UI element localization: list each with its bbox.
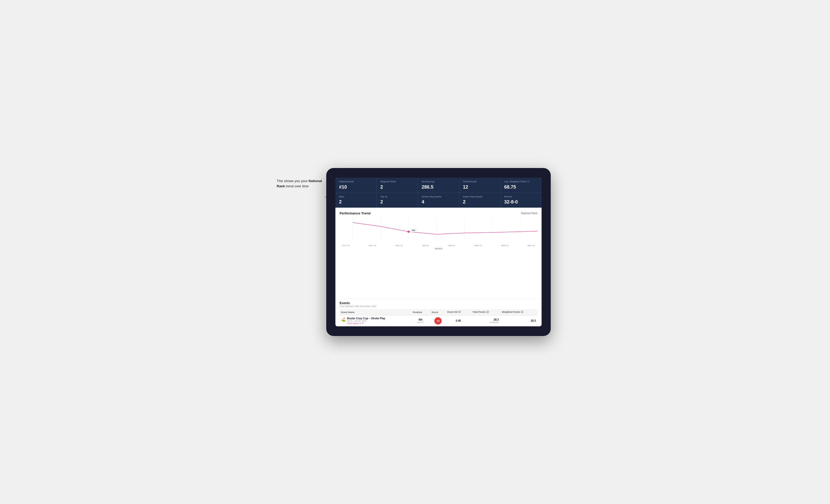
- event-name-cell: ⛳ Buster Cozy Cup – Stroke Play Oct 9 – …: [340, 315, 411, 326]
- stat-wins: Wins 2: [336, 193, 377, 208]
- stat-avg-weighted-points: Avg. Weighted Points ⓘ 68.75: [501, 178, 542, 193]
- months-label: Months: [340, 247, 537, 250]
- performance-trend-title: Performance Trend: [340, 211, 371, 215]
- svg-point-10: [408, 231, 410, 233]
- col-weighted-points: Weighted Points ⓘ: [500, 309, 537, 315]
- tablet-screen: National Rank #10 Regional Rank 2 Scorin…: [336, 178, 542, 326]
- stat-national-rank: National Rank #10: [336, 178, 377, 193]
- x-label-feb24: FEB 24: [448, 244, 455, 247]
- col-event-sg: Event SG ⓘ: [446, 309, 471, 315]
- rank-impact: Rank Impact: 3 ▼: [347, 322, 385, 325]
- events-last-updated: Last updated: 24th November 2023: [340, 305, 537, 308]
- event-sg: 0.45: [446, 315, 471, 326]
- stats-header: National Rank #10 Regional Rank 2 Scorin…: [336, 178, 542, 208]
- x-label-dec23: DEC 23: [395, 244, 403, 247]
- col-position: Position: [411, 309, 430, 315]
- stat-regional-rank: Regional Rank 2: [377, 178, 418, 193]
- stat-stroke-play-events: Stroke Play Events 4: [418, 193, 459, 208]
- stat-top3s: Top 3s 2: [377, 193, 418, 208]
- performance-trend-header: Performance Trend National Rank: [340, 211, 537, 215]
- performance-chart: #10: [340, 217, 537, 243]
- events-section: Events Last updated: 24th November 2023 …: [336, 298, 542, 326]
- event-position: 6th out of 7: [411, 315, 430, 326]
- col-score: Score: [430, 309, 446, 315]
- stat-record: Record 32-8-0: [501, 193, 542, 208]
- x-label-may24: MAY 24: [528, 244, 535, 247]
- event-name: Buster Cozy Cup – Stroke Play: [347, 317, 385, 320]
- col-total-points: Total Points ⓘ: [471, 309, 500, 315]
- performance-axis-label: National Rank: [521, 212, 537, 215]
- stats-row-2: Wins 2 Top 3s 2 Stroke Play Events 4 Mat…: [336, 193, 542, 208]
- event-total-points: 28.3 3 Rounds: [471, 315, 500, 326]
- x-label-apr24: APR 24: [501, 244, 508, 247]
- score-badge: -22: [434, 317, 442, 325]
- events-table: Event Name Position Score Event SG ⓘ Tot…: [340, 309, 537, 326]
- event-weighted-points: 28.3: [500, 315, 537, 326]
- x-label-nov23: NOV 23: [369, 244, 376, 247]
- performance-trend-section: Performance Trend National Rank: [336, 208, 542, 298]
- chart-x-labels: OCT 23 NOV 23 DEC 23 JAN 24 FEB 24 MAR 2…: [340, 244, 537, 247]
- x-label-mar24: MAR 24: [474, 244, 482, 247]
- stats-row-1: National Rank #10 Regional Rank 2 Scorin…: [336, 178, 542, 193]
- stat-scoring-avg: Scoring Avg. 286.5: [418, 178, 459, 193]
- svg-text:#10: #10: [412, 229, 415, 231]
- stat-total-rounds: Total Rounds 12: [459, 178, 501, 193]
- event-date: Oct 9 – Oct 10, 2023: [347, 320, 385, 322]
- annotation-text: This shows you your National Rank trend …: [277, 178, 329, 189]
- col-event-name: Event Name: [340, 309, 411, 315]
- events-title: Events: [340, 301, 537, 305]
- golf-icon: ⛳: [341, 317, 346, 322]
- events-table-header: Event Name Position Score Event SG ⓘ Tot…: [340, 309, 537, 315]
- x-label-oct23: OCT 23: [342, 244, 350, 247]
- event-score: -22: [430, 315, 446, 326]
- stat-match-play-events: Match Play Events 2: [459, 193, 501, 208]
- table-row: ⛳ Buster Cozy Cup – Stroke Play Oct 9 – …: [340, 315, 537, 326]
- tablet-device: National Rank #10 Regional Rank 2 Scorin…: [326, 168, 551, 336]
- chart-svg: #10: [340, 217, 537, 243]
- x-label-jan24: JAN 24: [422, 244, 429, 247]
